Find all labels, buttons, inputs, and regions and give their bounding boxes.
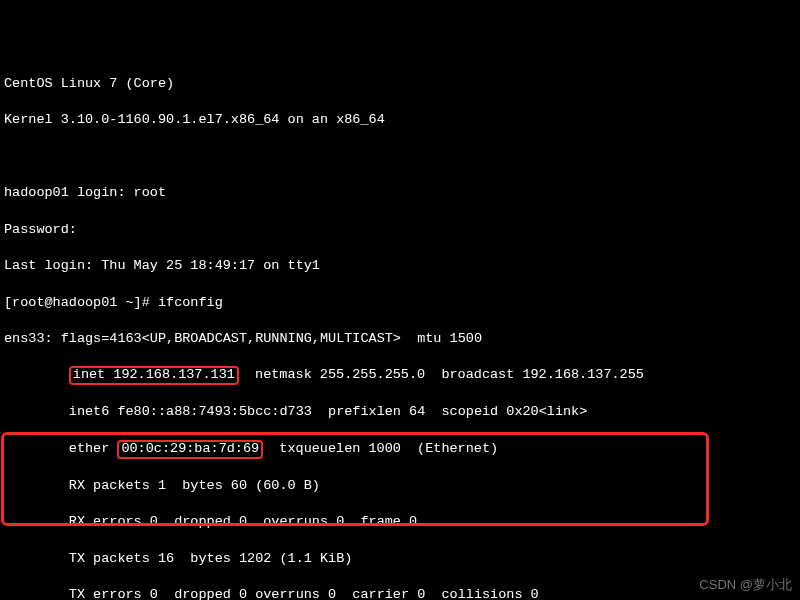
- last-login: Last login: Thu May 25 18:49:17 on tty1: [4, 257, 796, 275]
- inet-rest: netmask 255.255.255.0 broadcast 192.168.…: [239, 367, 644, 382]
- login-prompt: hadoop01 login: root: [4, 184, 796, 202]
- watermark: CSDN @萝小北: [699, 576, 792, 594]
- ens33-rx-errors: RX errors 0 dropped 0 overruns 0 frame 0: [4, 513, 796, 531]
- command-text: ifconfig: [158, 295, 223, 310]
- highlight-inet-address: inet 192.168.137.131: [69, 366, 239, 385]
- ether-rest: txqueuelen 1000 (Ethernet): [263, 441, 498, 456]
- highlight-mac-address: 00:0c:29:ba:7d:69: [117, 440, 263, 459]
- ens33-tx-errors: TX errors 0 dropped 0 overruns 0 carrier…: [4, 586, 796, 600]
- ens33-rx-packets: RX packets 1 bytes 60 (60.0 B): [4, 477, 796, 495]
- indent: [4, 367, 69, 382]
- blank: [4, 148, 796, 166]
- ens33-ether: ether 00:0c:29:ba:7d:69 txqueuelen 1000 …: [4, 440, 796, 459]
- ens33-header: ens33: flags=4163<UP,BROADCAST,RUNNING,M…: [4, 330, 796, 348]
- ens33-tx-packets: TX packets 16 bytes 1202 (1.1 KiB): [4, 550, 796, 568]
- prompt-prefix: [root@hadoop01 ~]#: [4, 295, 158, 310]
- password-prompt: Password:: [4, 221, 796, 239]
- kernel-line: Kernel 3.10.0-1160.90.1.el7.x86_64 on an…: [4, 111, 796, 129]
- ens33-inet: inet 192.168.137.131 netmask 255.255.255…: [4, 366, 796, 385]
- ens33-inet6: inet6 fe80::a88:7493:5bcc:d733 prefixlen…: [4, 403, 796, 421]
- shell-prompt-ifconfig[interactable]: [root@hadoop01 ~]# ifconfig: [4, 294, 796, 312]
- os-line: CentOS Linux 7 (Core): [4, 75, 796, 93]
- indent: ether: [4, 441, 117, 456]
